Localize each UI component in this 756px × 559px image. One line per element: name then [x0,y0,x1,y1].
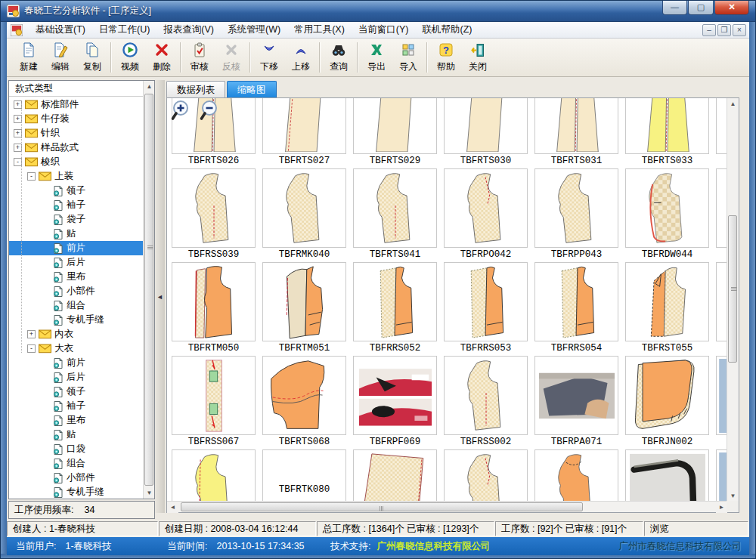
thumbnail-cell-TBFRTS029[interactable]: TBFRTS029 [350,98,441,168]
tree-scroll-down-icon[interactable]: ▼ [144,487,155,499]
thumbnail-cell-TBFRSS067[interactable]: TBFRSS067 [169,356,259,449]
menu-base-settings[interactable]: 基础设置(T) [29,21,92,39]
thumbnail-cell-TBFRTM051[interactable]: TBFRTM051 [259,262,350,356]
tree-item-样品款式[interactable]: +样品款式 [9,141,143,155]
tree-item-牛仔装[interactable]: +牛仔装 [9,112,143,126]
tree-item-口袋[interactable]: 口袋 [9,442,143,456]
thumbnail-cell[interactable] [713,98,727,168]
tree-item-内衣[interactable]: +内衣 [9,327,143,341]
tree-item-领子[interactable]: 领子 [9,184,143,198]
toolbar-button-import-grid[interactable]: 导入 [392,40,424,75]
scroll-down-icon[interactable]: ▼ [727,490,739,502]
thumbnail-cell-TBFRST055[interactable]: TBFRST055 [622,262,713,356]
toolbar-button-delete[interactable]: 删除 [146,40,178,75]
thumbnail-cell-TBFRTK080[interactable]: TBFRTK080 [259,449,350,502]
thumbnail-cell-TBFRRS052[interactable]: TBFRRS052 [350,262,441,356]
tree-item-领子[interactable]: 领子 [9,385,143,399]
menu-system-manage[interactable]: 系统管理(W) [221,21,287,39]
tree-item-袋子[interactable]: 袋子 [9,212,143,227]
toolbar-button-audit-check[interactable]: 审核 [184,40,215,75]
scroll-up-icon[interactable]: ▲ [727,98,739,110]
thumbnail-cell-TBFRPO042[interactable]: TBFRPO042 [441,168,531,262]
toolbar-button-move-down[interactable]: 下移 [253,40,285,75]
tree-item-前片[interactable]: 前片 [9,356,143,370]
thumbnail-cell[interactable] [713,449,727,502]
mdi-close-button[interactable]: × [733,24,746,36]
thumbnail-cell-TBFRPP043[interactable]: TBFRPP043 [531,168,622,262]
zoom-out-icon[interactable] [200,100,222,125]
menu-current-window[interactable]: 当前窗口(Y) [352,21,416,39]
tab-data-list[interactable]: 数据列表 [166,81,225,97]
thumbnail-cell-TBFRTS031[interactable]: TBFRTS031 [531,98,622,168]
tree-item-后片[interactable]: 后片 [9,370,143,385]
tree-item-袖子[interactable]: 袖子 [9,399,143,413]
thumbnail-cell-TBFRTS068[interactable]: TBFRTS068 [259,356,350,449]
thumbnail-cell[interactable] [350,449,441,502]
collapse-icon[interactable]: - [27,172,36,181]
zoom-in-icon[interactable] [171,100,194,125]
tree-item-贴[interactable]: 贴 [9,227,143,241]
expand-icon[interactable]: + [27,330,36,338]
tree-item-袖子[interactable]: 袖子 [9,198,143,212]
thumbnail-cell-TBFRMK040[interactable]: TBFRMK040 [259,168,350,262]
collapse-icon[interactable]: - [27,344,36,353]
tree-item-贴[interactable]: 贴 [9,428,143,442]
mdi-restore-button[interactable]: ❐ [717,24,731,36]
minimize-button[interactable]: — [662,1,687,15]
tree-item-前片[interactable]: 前片 [9,241,143,255]
tree-item-大衣[interactable]: -大衣 [9,341,143,356]
thumbnail-cell[interactable] [713,262,727,356]
thumbnail-cell[interactable] [713,168,727,262]
tree-item-针织[interactable]: +针织 [9,126,143,141]
toolbar-button-exit-door[interactable]: 关闭 [462,40,494,75]
menu-daily-work[interactable]: 日常工作(U) [92,21,156,39]
maximize-button[interactable]: ▢ [688,1,714,15]
thumbnail-cell[interactable] [441,449,531,502]
scroll-left-icon[interactable]: ◄ [167,502,178,513]
tree-item-里布[interactable]: 里布 [9,413,143,428]
close-button[interactable]: ✕ [714,1,749,15]
thumbnail-cell-TBFRTS027[interactable]: TBFRTS027 [259,98,350,168]
hscroll-thumb[interactable] [181,502,583,511]
tree-item-专机手缝[interactable]: 专机手缝 [9,313,143,327]
tree-item-组合[interactable]: 组合 [9,298,143,313]
tree-scrollbar[interactable]: ▲ ▼ [143,81,154,499]
toolbar-button-binoculars[interactable]: 查询 [323,40,355,75]
thumbnail-cell-TBFRRS054[interactable]: TBFRRS054 [531,262,622,356]
toolbar-button-new-doc[interactable]: 新建 [13,40,45,75]
thumbnail-cell-TBFRTS033[interactable]: TBFRTS033 [622,98,713,168]
toolbar-button-help[interactable]: ?帮助 [430,40,462,75]
tree-item-上装[interactable]: -上装 [9,169,143,184]
thumbnail-cell[interactable] [622,449,713,502]
toolbar-button-copy[interactable]: 复制 [76,40,108,75]
thumbnail-cell[interactable] [169,449,259,502]
mdi-minimize-button[interactable]: – [702,24,716,36]
tree-item-小部件[interactable]: 小部件 [9,284,143,298]
scroll-right-icon[interactable]: ► [716,502,727,513]
tree-item-梭织[interactable]: -梭织 [9,155,143,169]
tree-item-专机手缝[interactable]: 专机手缝 [9,485,143,499]
panel-splitter[interactable]: ◄ [155,80,165,513]
thumbnail-cell[interactable] [531,449,622,502]
toolbar-button-excel-export[interactable]: 导出 [361,40,392,75]
thumbnail-cell-TBFRPF069[interactable]: TBFRPF069 [350,356,441,449]
menu-online-help[interactable]: 联机帮助(Z) [415,21,479,39]
vscroll-thumb[interactable] [728,215,737,363]
tab-thumbnails[interactable]: 缩略图 [227,81,277,97]
thumbnail-cell-TBFRTM050[interactable]: TBFRTM050 [169,262,259,356]
thumbnail-cell-TBFRPA071[interactable]: TBFRPA071 [531,356,622,449]
thumbnail-cell-TBFRTS041[interactable]: TBFRTS041 [350,168,441,262]
thumbnail-cell[interactable] [713,356,727,449]
tree-scroll-up-icon[interactable]: ▲ [144,81,155,92]
thumbnail-cell-TBFRTS030[interactable]: TBFRTS030 [441,98,531,168]
tree-item-标准部件[interactable]: +标准部件 [9,97,143,112]
vertical-scrollbar[interactable]: ▲ ▼ [727,98,739,502]
horizontal-scrollbar[interactable]: ◄ ► [167,501,727,512]
toolbar-button-video[interactable]: 视频 [114,40,146,75]
tree-scroll-thumb[interactable] [144,94,153,486]
tree-item-里布[interactable]: 里布 [9,270,143,284]
thumbnail-cell-TBFRSS002[interactable]: TBFRSS002 [441,356,531,449]
tree-item-后片[interactable]: 后片 [9,255,143,270]
tree-item-小部件[interactable]: 小部件 [9,471,143,485]
thumbnail-cell-TBFRJN002[interactable]: TBFRJN002 [622,356,713,449]
